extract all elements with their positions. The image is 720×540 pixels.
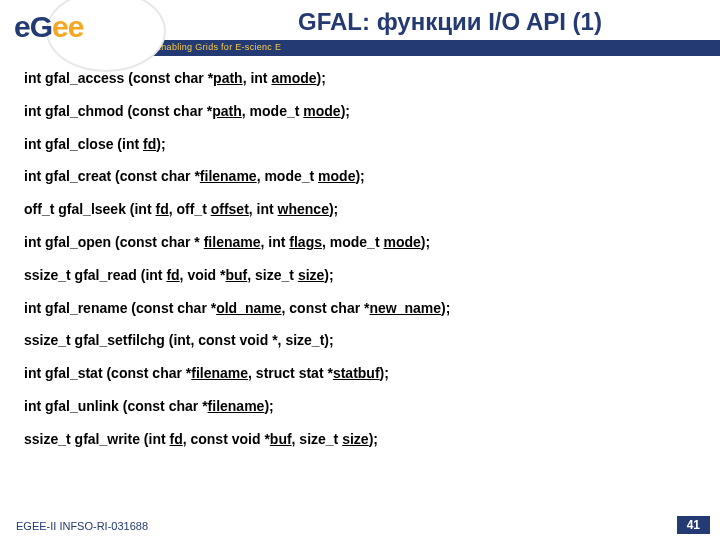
code-line: int gfal_creat (const char *filename, mo… [24,168,696,185]
page-number: 41 [677,516,710,534]
egee-logo: eGee [6,2,146,58]
code-line: int gfal_close (int fd); [24,136,696,153]
footer-left: EGEE-II INFSO-RI-031688 [16,520,148,532]
code-line: int gfal_chmod (const char *path, mode_t… [24,103,696,120]
code-line: int gfal_access (const char *path, int a… [24,70,696,87]
code-line: ssize_t gfal_read (int fd, void *buf, si… [24,267,696,284]
slide-title: GFAL: функции I/O API (1) [120,4,720,36]
logo-text: eGee [14,10,83,44]
code-line: ssize_t gfal_write (int fd, const void *… [24,431,696,448]
code-line: off_t gfal_lseek (int fd, off_t offset, … [24,201,696,218]
code-line: int gfal_unlink (const char *filename); [24,398,696,415]
slide-content: int gfal_access (const char *path, int a… [24,70,696,464]
tagline: Enabling Grids for E-scienc E [155,42,281,52]
title-bar: GFAL: функции I/O API (1) [120,4,720,40]
slide-header: GFAL: функции I/O API (1) Enabling Grids… [0,0,720,60]
code-line: int gfal_stat (const char *filename, str… [24,365,696,382]
code-line: ssize_t gfal_setfilchg (int, const void … [24,332,696,349]
code-line: int gfal_rename (const char *old_name, c… [24,300,696,317]
code-line: int gfal_open (const char * filename, in… [24,234,696,251]
